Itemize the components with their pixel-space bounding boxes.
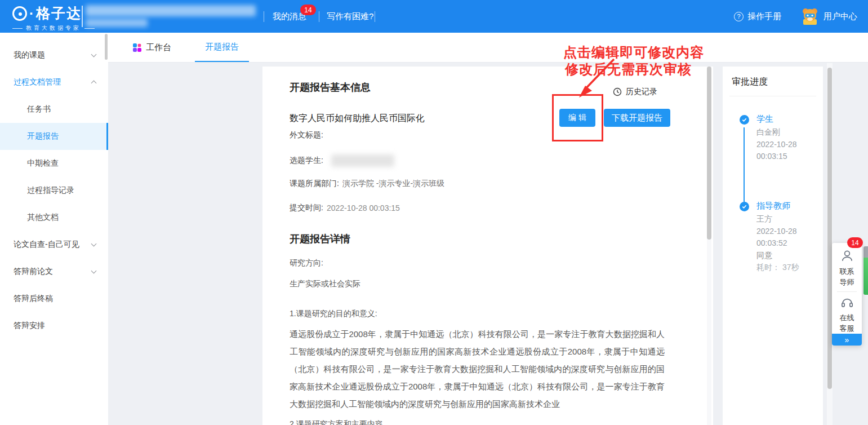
contact-advisor-button[interactable]: 联系 导师	[832, 249, 862, 287]
sidebar-item-final-draft[interactable]: 答辩后终稿	[0, 285, 108, 312]
purpose-label: 1.课题研究的目的和意义:	[290, 309, 377, 319]
detail-title: 开题报告详情	[290, 232, 350, 246]
writing-help-link[interactable]: 写作有困难?	[327, 0, 373, 33]
online-service-button[interactable]: 在线 客服	[832, 295, 862, 334]
redacted-student-name	[331, 154, 394, 167]
sidebar-item-guidance-records[interactable]: 过程指导记录	[0, 177, 108, 204]
field-label: 提交时间:	[290, 203, 323, 213]
question-icon	[734, 12, 744, 21]
sidebar-item-label: 答辩安排	[14, 321, 45, 331]
contact-label-line2: 导师	[832, 277, 862, 287]
edge-widget[interactable]	[863, 246, 868, 295]
step-date: 2022-10-28	[756, 225, 799, 238]
left-sidebar: 我的课题 过程文档管理 任务书 开题报告 中期检查 过程指导记录 其他文档 论文…	[0, 33, 108, 425]
sidebar-item-my-topics[interactable]: 我的课题	[0, 42, 108, 69]
tab-label: 工作台	[146, 42, 171, 53]
sidebar-item-defense-arrangement[interactable]: 答辩安排	[0, 312, 108, 339]
approval-title: 审批进度	[732, 76, 768, 88]
field-submit-time: 提交时间: 2022-10-28 00:03:15	[290, 203, 400, 213]
step-role-advisor: 指导教师	[756, 201, 790, 211]
sidebar-item-pre-defense-paper[interactable]: 答辩前论文	[0, 258, 108, 285]
my-messages-link[interactable]: 我的消息	[273, 0, 306, 33]
redacted-header-text-line2	[86, 19, 148, 27]
chevron-down-icon	[91, 52, 97, 57]
sidebar-item-label: 答辩后终稿	[14, 294, 53, 304]
check-circle-icon	[740, 202, 749, 211]
step-name: 王方	[756, 213, 799, 225]
card-scrollbar-track	[707, 67, 711, 425]
approval-panel: 审批进度 学生 白金刚 2022-10-28 00:03:15 指导教师 王方 …	[723, 67, 823, 425]
timeline-connector	[744, 127, 745, 202]
step-date: 2022-10-28	[756, 139, 797, 151]
service-label-line2: 客服	[832, 323, 862, 334]
sidebar-item-label: 答辩前论文	[14, 267, 53, 277]
research-direction-label: 研究方向:	[290, 258, 323, 268]
sidebar-item-other-docs[interactable]: 其他文档	[0, 204, 108, 231]
field-label: 课题所属部门:	[290, 179, 339, 189]
step-time: 00:03:15	[756, 150, 797, 163]
sidebar-scrollbar-thumb[interactable]	[105, 34, 108, 60]
edge-widget-gray-segment	[863, 246, 868, 258]
card-scrollbar-thumb[interactable]	[707, 67, 711, 240]
step-result: 同意	[756, 250, 799, 262]
annotation-arrow	[572, 54, 622, 105]
messages-count-badge: 14	[300, 5, 316, 15]
field-foreign-title: 外文标题:	[290, 130, 327, 140]
headset-icon	[840, 295, 854, 310]
chevron-down-icon	[91, 241, 97, 247]
logo-dot: ·	[29, 6, 34, 21]
page-scrollbar-thumb[interactable]	[827, 68, 832, 389]
sidebar-item-self-check[interactable]: 论文自查-自己可见	[0, 231, 108, 258]
step-time: 00:03:52	[756, 237, 799, 250]
field-value: 2022-10-28 00:03:15	[327, 203, 400, 213]
report-card: 开题报告基本信息 历史记录 数字人民币如何助推人民币国际化 编 辑 下载开题报告…	[262, 67, 713, 425]
logo-g-icon	[12, 6, 27, 21]
nav-separator	[375, 11, 375, 22]
edge-widget-green-segment	[863, 258, 868, 295]
avatar[interactable]	[800, 7, 820, 26]
contact-label-line1: 联系	[832, 266, 862, 277]
top-bar: · 格子达 教育大数据专家 我的消息 14 写作有困难? 操作手册	[0, 0, 868, 33]
check-circle-icon	[740, 115, 749, 125]
field-department: 课题所属部门: 演示学院 -演示专业-演示班级	[290, 179, 444, 189]
chevron-down-icon	[91, 268, 97, 274]
tab-workbench[interactable]: 工作台	[133, 33, 171, 62]
step-role-student: 学生	[756, 114, 773, 125]
topic-title: 数字人民币如何助推人民币国际化	[290, 113, 425, 125]
step-details-student: 白金刚 2022-10-28 00:03:15	[756, 126, 797, 163]
purpose-paragraph: 通远股份成立于2008年，隶属于中知通远（北京）科技有限公司，是一家专注于教育大…	[290, 325, 665, 413]
manual-link[interactable]: 操作手册	[734, 0, 781, 33]
sidebar-item-process-docs[interactable]: 过程文档管理	[0, 69, 108, 96]
user-center-link[interactable]: 用户中心	[824, 0, 857, 33]
next-section-label: 2.课题研究方案和主要内容	[290, 419, 383, 425]
workbench-grid-icon	[133, 43, 141, 52]
step-duration: 耗时： 37秒	[756, 262, 799, 274]
research-direction-value: 生产实际或社会实际	[290, 279, 360, 289]
field-label: 选题学生:	[290, 156, 323, 166]
sidebar-item-opening-report[interactable]: 开题报告	[0, 123, 108, 150]
manual-label: 操作手册	[747, 11, 781, 22]
step-name: 白金刚	[756, 126, 797, 139]
service-label-line1: 在线	[832, 312, 862, 323]
floating-help-panel: 联系 导师 在线 客服 »	[832, 243, 862, 346]
tab-opening-report[interactable]: 开题报告	[195, 33, 249, 62]
chevron-up-icon	[91, 81, 97, 86]
app-window: · 格子达 教育大数据专家 我的消息 14 写作有困难? 操作手册	[0, 0, 868, 425]
logo-text: 格子达	[36, 4, 82, 23]
sidebar-item-midterm-check[interactable]: 中期检查	[0, 150, 108, 177]
sidebar-item-label: 过程文档管理	[14, 77, 61, 87]
float-divider	[837, 291, 857, 292]
header-divider	[82, 6, 83, 27]
step-details-advisor: 王方 2022-10-28 00:03:52 同意 耗时： 37秒	[756, 213, 799, 274]
download-report-button[interactable]: 下载开题报告	[604, 109, 670, 127]
nav-separator	[319, 11, 319, 22]
collapse-panel-button[interactable]: »	[832, 334, 862, 346]
basic-info-title: 开题报告基本信息	[290, 81, 371, 94]
sidebar-item-task-book[interactable]: 任务书	[0, 96, 108, 123]
field-student: 选题学生:	[290, 154, 394, 167]
field-label: 外文标题:	[290, 130, 323, 140]
sidebar-item-label: 我的课题	[14, 50, 45, 60]
workspace: 开题报告基本信息 历史记录 数字人民币如何助推人民币国际化 编 辑 下载开题报告…	[108, 63, 868, 425]
advisor-messages-badge: 14	[847, 237, 863, 248]
person-icon	[840, 249, 854, 264]
